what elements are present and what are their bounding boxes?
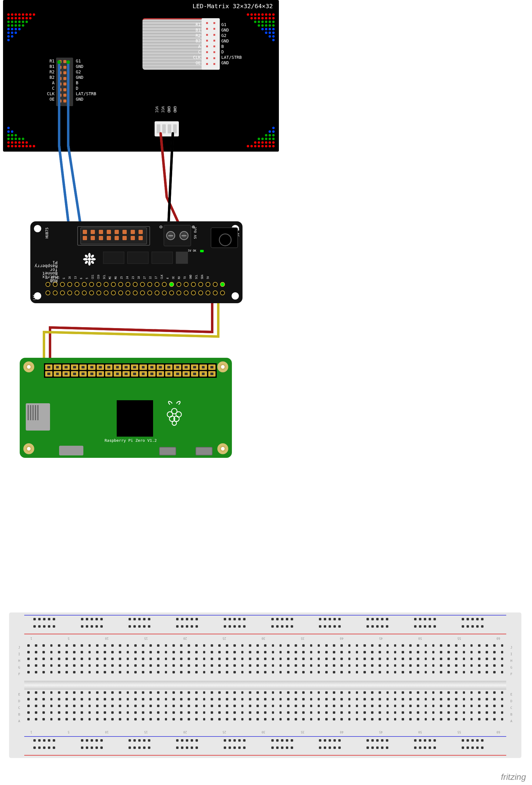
rpi-usb-port-2[interactable]	[196, 447, 212, 455]
svg-point-112	[269, 138, 271, 140]
bonnet-gpio-labels: 21 20 19 G 16 13 6 5 CE1 CE0 SCL MI MO 2…	[46, 275, 209, 279]
svg-point-53	[265, 21, 268, 23]
svg-point-47	[261, 17, 264, 19]
rgb-matrix-bonnet: HUB75 RGB Matrix Bonnet for Raspberry Pi…	[30, 221, 243, 303]
svg-point-84	[22, 141, 24, 144]
svg-point-2	[15, 13, 17, 16]
bb-main-top[interactable]	[24, 644, 506, 678]
svg-point-67	[269, 31, 271, 34]
svg-point-45	[269, 17, 271, 19]
svg-point-19	[22, 21, 24, 23]
svg-point-55	[258, 21, 260, 23]
bb-col-numbers-top: 605550 454035 302520 15105 1	[30, 637, 500, 640]
svg-point-25	[22, 24, 24, 27]
svg-point-131	[88, 253, 91, 258]
svg-point-66	[272, 31, 275, 34]
svg-point-0	[7, 13, 10, 16]
svg-point-119	[272, 130, 275, 133]
svg-point-121	[272, 127, 275, 129]
svg-point-34	[11, 35, 13, 37]
bb-center-channel	[24, 681, 506, 690]
svg-point-26	[7, 28, 10, 30]
svg-point-49	[254, 17, 256, 19]
svg-point-74	[15, 145, 17, 147]
svg-point-93	[15, 134, 17, 136]
svg-point-51	[272, 21, 275, 23]
led-dots-tl	[6, 12, 52, 58]
svg-point-107	[265, 141, 268, 144]
bb-row-labels-left-top: JIHGF	[18, 644, 20, 678]
svg-point-115	[258, 138, 260, 140]
svg-point-22	[11, 24, 13, 27]
svg-point-33	[7, 35, 10, 37]
led-input-connector[interactable]	[56, 58, 73, 106]
svg-point-109	[258, 141, 260, 144]
bonnet-gpio-row-2[interactable]	[46, 290, 225, 295]
rpi-hdmi-port[interactable]	[59, 446, 83, 455]
svg-point-81	[11, 141, 13, 144]
svg-point-73	[11, 145, 13, 147]
raspberry-logo-icon	[162, 400, 186, 428]
right-conn-labels-right: G1GND G2GND BD LAT/STRBGND	[221, 22, 242, 66]
svg-point-135	[84, 254, 88, 258]
svg-point-120	[269, 130, 271, 133]
power-labels: VCC VCC GND GND	[155, 106, 177, 113]
svg-point-40	[258, 13, 260, 16]
svg-point-86	[7, 138, 10, 140]
svg-point-41	[254, 13, 256, 16]
svg-point-117	[269, 134, 271, 136]
svg-point-3	[18, 13, 21, 16]
svg-point-90	[22, 138, 24, 140]
svg-point-116	[272, 134, 275, 136]
svg-point-104	[247, 145, 249, 147]
svg-point-106	[269, 141, 271, 144]
bb-row-labels-right-bottom: EDCBA	[510, 691, 512, 725]
svg-point-44	[272, 17, 275, 19]
svg-point-30	[7, 31, 10, 34]
svg-point-137	[90, 254, 95, 258]
rpi-sd-slot[interactable]	[26, 403, 50, 431]
svg-point-36	[272, 13, 275, 16]
rpi-usb-port-1[interactable]	[159, 447, 176, 455]
svg-point-130	[88, 258, 91, 261]
rpi-gpio-header[interactable]	[44, 363, 217, 378]
bb-main-bottom[interactable]	[24, 691, 506, 725]
bonnet-lat-label: LAT	[33, 295, 36, 300]
svg-point-100	[261, 145, 264, 147]
svg-point-48	[258, 17, 260, 19]
svg-point-114	[261, 138, 264, 140]
svg-point-38	[265, 13, 268, 16]
led-dots-bl	[6, 103, 52, 149]
svg-point-71	[272, 39, 275, 41]
svg-point-82	[15, 141, 17, 144]
svg-point-79	[33, 145, 35, 147]
led-dots-br	[230, 103, 276, 149]
bonnet-gpio-row-1[interactable]	[46, 282, 225, 287]
svg-point-99	[265, 145, 268, 147]
left-conn-labels-left: R1B1 R2B2 AC CLKOE	[33, 58, 55, 102]
bonnet-hub75-label: HUB75	[45, 227, 49, 238]
svg-point-5	[25, 13, 28, 16]
svg-point-61	[258, 24, 260, 27]
led-power-connector[interactable]	[155, 121, 179, 136]
left-conn-labels-right: G1GND G2GND BD LAT/STRBGND	[76, 58, 96, 102]
svg-point-103	[250, 145, 253, 147]
svg-point-1	[11, 13, 13, 16]
bonnet-barrel-jack[interactable]	[211, 227, 238, 248]
led-output-connector[interactable]	[202, 18, 220, 70]
bonnet-5vok-label: 5V OK	[188, 249, 196, 252]
svg-point-56	[254, 21, 256, 23]
breadboard[interactable]: 605550 454035 302520 15105 1 JIHGF EDCBA…	[9, 612, 522, 758]
svg-point-144	[172, 421, 176, 425]
svg-point-133	[83, 258, 88, 260]
svg-point-14	[29, 17, 31, 19]
svg-point-69	[272, 35, 275, 37]
svg-point-10	[15, 17, 17, 19]
bonnet-terminal-block[interactable]	[164, 225, 191, 246]
svg-point-21	[7, 24, 10, 27]
svg-point-23	[15, 24, 17, 27]
svg-point-95	[11, 130, 13, 133]
svg-point-8	[7, 17, 10, 19]
svg-point-15	[7, 21, 10, 23]
svg-point-28	[15, 28, 17, 30]
